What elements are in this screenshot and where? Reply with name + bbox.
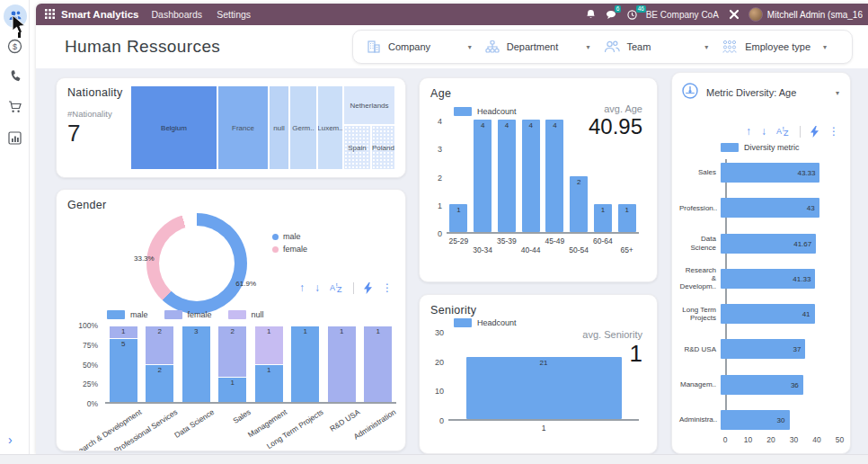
gender-donut-ring[interactable]: 33.3% 61.9% [146,213,247,314]
treemap-tile[interactable]: France [218,86,268,169]
stacked-bar[interactable]: 3 [182,326,210,402]
sort-descending-icon[interactable]: ↓ [314,281,320,294]
filter-employee-type[interactable]: Employee type ▾ [721,39,839,55]
treemap-tile[interactable]: null [270,86,288,169]
bar-segment-female[interactable]: 1 [110,326,137,338]
quick-actions-bolt-icon[interactable] [810,126,819,138]
bar-25-29[interactable]: 1 [449,204,467,232]
bar-65+[interactable]: 1 [618,204,636,232]
sort-alpha-icon[interactable]: AZ [330,282,343,293]
bar-segment-male[interactable]: 1 [218,377,246,402]
bar-Sales[interactable]: 43.33 [721,163,819,183]
legend-item-male[interactable]: male [272,232,307,241]
bar-segment-female[interactable]: 1 [364,326,392,402]
treemap-tile[interactable]: Spain [344,126,370,169]
legend-item-male[interactable]: male [107,310,148,319]
y-tick: 2 [438,174,442,183]
seniority-legend[interactable]: Headcount [454,318,646,327]
menu-settings[interactable]: Settings [217,9,251,20]
user-menu[interactable]: Mitchell Admin (sma_16 [767,10,863,20]
bar-segment-male[interactable]: 5 [110,338,137,402]
bar-45-49[interactable]: 4 [545,120,563,232]
row-label: Research & Developm.. [679,266,721,291]
bar-40-44[interactable]: 4 [522,120,540,232]
metric-selector-label[interactable]: Metric Diversity: Age [706,87,828,98]
bar-slot: 1 [591,204,616,232]
bar-Administra..[interactable]: 30 [721,410,790,430]
dev-tools-icon[interactable] [729,9,740,20]
stacked-bar[interactable]: 11 [255,326,283,402]
sidebar-item-phone[interactable] [0,63,30,94]
bar-segment-male[interactable]: 1 [291,326,319,402]
stacked-bar[interactable]: 15 [110,326,137,402]
bar-Profession..[interactable]: 43 [721,198,819,218]
legend-label: Headcount [477,107,517,116]
stacked-bar[interactable]: 22 [146,326,173,402]
apps-grid-icon[interactable] [45,9,55,21]
bar-R&D USA[interactable]: 37 [721,339,805,359]
bar-segment-male[interactable]: 1 [255,364,283,403]
legend-label: Headcount [477,318,517,327]
legend-item-null[interactable]: null [228,310,264,319]
stacked-bar[interactable]: 1 [328,326,356,402]
app-brand[interactable]: Smart Analytics [61,9,139,20]
bar-50-54[interactable]: 2 [570,176,588,233]
metric-value: 7 [67,120,131,147]
treemap-tile[interactable]: Germ.. [290,86,316,169]
notification-bell-icon[interactable] [586,9,596,20]
sidebar-item-sales[interactable]: $ [0,32,30,63]
filter-label: Employee type [745,41,810,52]
legend-label: female [283,245,307,254]
sort-descending-icon[interactable]: ↓ [761,125,766,138]
bar-Data Science[interactable]: 41.67 [721,234,816,254]
legend-item-female[interactable]: female [272,245,307,254]
sidebar-item-dashboards[interactable] [0,124,30,155]
diversity-card: Metric Diversity: Age ▾ ↑ ↓ AZ ⋮ Diversi… [671,72,851,454]
treemap-tile[interactable]: Belgium [131,86,217,169]
sort-ascending-icon[interactable]: ↑ [746,125,751,138]
bar-segment-male[interactable]: 3 [182,326,210,402]
horizontal-scrollbar[interactable] [0,454,868,464]
chevron-down-icon[interactable]: ▾ [836,89,839,97]
bar-segment-female[interactable]: 2 [146,326,173,364]
filter-department[interactable]: Department ▾ [484,39,603,55]
y-tick: 25% [83,379,98,388]
treemap-tile[interactable]: Luxem.. [318,86,342,169]
bar-segment-female[interactable]: 1 [328,326,356,402]
stacked-bar[interactable]: 21 [218,326,246,402]
activities-clock-icon[interactable]: 46 [627,10,637,20]
messages-icon[interactable]: 6 [606,10,617,20]
sidebar-item-employees[interactable] [0,0,30,32]
sort-alpha-icon[interactable]: AZ [776,126,790,137]
menu-dashboards[interactable]: Dashboards [152,9,203,20]
treemap-tile[interactable]: Netherlands [344,86,394,124]
bar-Long Term Projects[interactable]: 41 [721,304,815,324]
bar-60-64[interactable]: 1 [594,204,612,232]
bar-segment-female[interactable]: 2 [218,326,246,377]
sidebar-item-purchase[interactable] [0,94,30,124]
sort-ascending-icon[interactable]: ↑ [299,281,305,294]
bar-1[interactable]: 21 [466,357,622,419]
rail-expand-chevron[interactable]: › [8,433,13,447]
treemap-tile[interactable]: Poland [372,126,394,169]
legend-item-female[interactable]: female [164,310,212,319]
more-options-icon[interactable]: ⋮ [382,281,393,294]
filter-company[interactable]: Company ▾ [366,39,484,55]
more-options-icon[interactable]: ⋮ [828,125,839,138]
avg-label: avg. Age [589,103,642,114]
quick-actions-bolt-icon[interactable] [364,282,372,294]
bar-30-34[interactable]: 4 [474,120,492,232]
bar-segment-male[interactable]: 2 [146,364,173,403]
row-label: Administra.. [679,415,721,424]
bar-segment-null[interactable]: 1 [255,326,283,364]
filter-team[interactable]: Team ▾ [603,39,722,55]
stacked-bar[interactable]: 1 [364,326,392,402]
bar-35-39[interactable]: 4 [498,120,516,232]
diversity-chart-toolbar: ↑ ↓ AZ ⋮ [746,125,839,138]
bar-Research & Developm..[interactable]: 41.33 [721,269,815,289]
bar-Managem..[interactable]: 36 [721,375,803,395]
diversity-legend[interactable]: Diversity metric [721,143,841,152]
stacked-bar[interactable]: 1 [291,326,319,402]
company-switcher[interactable]: BE Company CoA [646,10,719,20]
user-avatar[interactable] [748,7,763,22]
